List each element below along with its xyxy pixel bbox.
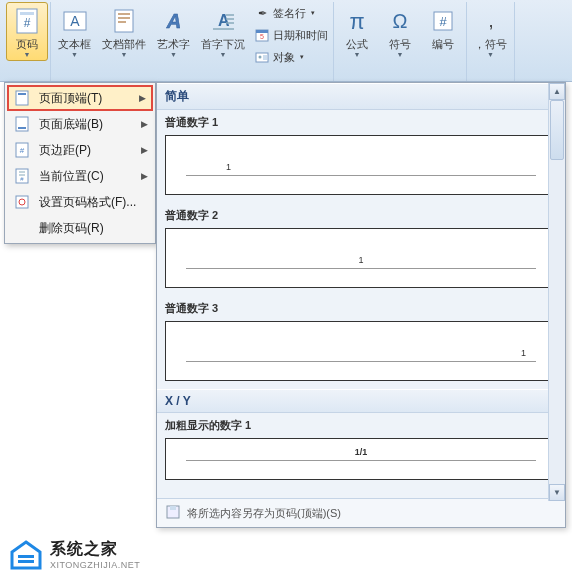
- gallery-preview-plain1[interactable]: 1: [165, 135, 557, 195]
- svg-rect-42: [18, 560, 34, 563]
- gallery-category-xy: X / Y: [157, 389, 565, 413]
- svg-rect-1: [20, 12, 34, 15]
- textbox-button[interactable]: A 文本框 ▼: [53, 2, 96, 61]
- page-number-label: 页码: [16, 38, 38, 50]
- gallery-scrollbar[interactable]: ▲ ▼: [548, 83, 565, 501]
- wordart-button[interactable]: A 艺术字 ▼: [152, 2, 195, 61]
- menu-remove-page-numbers[interactable]: 删除页码(R): [7, 215, 153, 241]
- scroll-up-icon[interactable]: ▲: [549, 83, 565, 100]
- number-button[interactable]: # 编号: [422, 2, 464, 53]
- gallery-item-label: 加粗显示的数字 1: [157, 413, 565, 436]
- current-pos-icon: #: [13, 167, 31, 185]
- scroll-down-icon[interactable]: ▼: [549, 484, 565, 501]
- svg-rect-36: [16, 196, 28, 208]
- svg-text:#: #: [439, 14, 447, 29]
- svg-text:A: A: [70, 13, 80, 29]
- equation-button[interactable]: π 公式 ▼: [336, 2, 378, 61]
- gallery-item-label: 普通数字 1: [157, 110, 565, 133]
- submenu-arrow-icon: ▶: [139, 93, 146, 103]
- svg-text:A: A: [165, 10, 180, 32]
- watermark: 系统之家 XITONGZHIJIA.NET: [8, 539, 140, 570]
- pi-icon: π: [341, 5, 373, 37]
- menu-page-margins[interactable]: # 页边距(P) ▶: [7, 137, 153, 163]
- svg-rect-39: [170, 506, 176, 510]
- svg-rect-27: [18, 93, 26, 95]
- page-top-icon: [13, 89, 31, 107]
- svg-text:,: ,: [488, 11, 493, 31]
- gallery-scroll[interactable]: 简单 普通数字 1 1 普通数字 2 1 普通数字 3 1 X / Y 加粗显示…: [157, 83, 565, 498]
- format-icon: [13, 193, 31, 211]
- svg-point-19: [259, 56, 262, 59]
- svg-rect-8: [118, 21, 126, 23]
- calendar-icon: 5: [254, 27, 270, 43]
- comma-symbol-button[interactable]: , ，符号 ▼: [469, 2, 512, 61]
- svg-text:#: #: [24, 16, 31, 30]
- gallery-item-label: 普通数字 2: [157, 203, 565, 226]
- textbox-icon: A: [59, 5, 91, 37]
- ribbon: # 页码 ▼ A 文本框 ▼ 文档部件 ▼ A 艺术字 ▼ A: [0, 0, 572, 82]
- gallery-preview-plain2[interactable]: 1: [165, 228, 557, 288]
- doc-parts-button[interactable]: 文档部件 ▼: [97, 2, 151, 61]
- dropdown-arrow-icon: ▼: [24, 51, 31, 58]
- svg-text:π: π: [349, 9, 364, 34]
- gallery-preview-bold1[interactable]: 1/1: [165, 438, 557, 480]
- scroll-thumb[interactable]: [550, 100, 564, 160]
- menu-top-of-page[interactable]: 页面顶端(T) ▶: [7, 85, 153, 111]
- datetime-button[interactable]: 5日期和时间: [251, 24, 331, 46]
- dropcap-icon: A: [207, 5, 239, 37]
- svg-rect-41: [18, 555, 34, 558]
- object-icon: [254, 49, 270, 65]
- svg-rect-20: [263, 55, 267, 60]
- wordart-icon: A: [158, 5, 190, 37]
- doc-parts-icon: [108, 5, 140, 37]
- page-bottom-icon: [13, 115, 31, 133]
- save-icon: [165, 504, 181, 522]
- comma-icon: ,: [475, 5, 507, 37]
- dropcap-button[interactable]: A 首字下沉 ▼: [196, 2, 250, 61]
- watermark-url: XITONGZHIJIA.NET: [50, 560, 140, 570]
- menu-current-position[interactable]: # 当前位置(C) ▶: [7, 163, 153, 189]
- menu-bottom-of-page[interactable]: 页面底端(B) ▶: [7, 111, 153, 137]
- gallery-item-label: 普通数字 3: [157, 296, 565, 319]
- page-number-dropdown: 页面顶端(T) ▶ 页面底端(B) ▶ # 页边距(P) ▶ # 当前位置(C)…: [4, 82, 156, 244]
- svg-text:5: 5: [260, 33, 264, 40]
- gallery-category-simple: 简单: [157, 83, 565, 110]
- number-icon: #: [427, 5, 459, 37]
- signature-icon: ✒: [254, 5, 270, 21]
- signature-button[interactable]: ✒签名行▾: [251, 2, 331, 24]
- menu-format-page-numbers[interactable]: 设置页码格式(F)...: [7, 189, 153, 215]
- page-margins-icon: #: [13, 141, 31, 159]
- svg-text:Ω: Ω: [393, 10, 408, 32]
- object-button[interactable]: 对象▾: [251, 46, 331, 68]
- svg-rect-29: [18, 127, 26, 129]
- symbol-button[interactable]: Ω 符号 ▼: [379, 2, 421, 61]
- svg-rect-7: [118, 17, 130, 19]
- watermark-logo-icon: [8, 540, 44, 570]
- page-number-button[interactable]: # 页码 ▼: [6, 2, 48, 61]
- gallery-preview-plain3[interactable]: 1: [165, 321, 557, 381]
- svg-rect-6: [118, 13, 130, 15]
- gallery-save-selection[interactable]: 将所选内容另存为页码(顶端)(S): [157, 498, 565, 527]
- page-number-gallery: 简单 普通数字 1 1 普通数字 2 1 普通数字 3 1 X / Y 加粗显示…: [156, 82, 566, 528]
- page-number-icon: #: [11, 5, 43, 37]
- svg-text:#: #: [20, 146, 25, 155]
- watermark-title: 系统之家: [50, 539, 140, 560]
- omega-icon: Ω: [384, 5, 416, 37]
